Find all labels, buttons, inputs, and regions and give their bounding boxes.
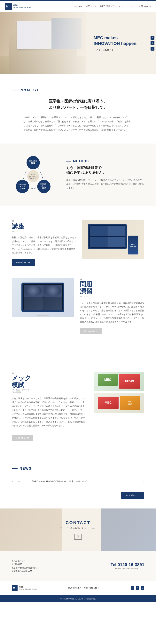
footer-social: t i y bbox=[131, 586, 144, 590]
news-view-more-btn[interactable]: View More → bbox=[121, 492, 144, 499]
method-diagram: 知識の整理 講座 合格・演習 メック サーチ 国家試験・ メック 模試 メック … bbox=[12, 155, 58, 194]
service-mondai-item: 02 問題 演習 MECサーチ インプットした知識を定着させるためには、復習と演… bbox=[12, 278, 144, 334]
footer-logo-mark: M bbox=[12, 585, 17, 591]
method-label: METHOD bbox=[66, 160, 144, 163]
footer-link-found[interactable]: MEC Found ↗ bbox=[68, 586, 81, 589]
service-03-btn[interactable]: Coming Soon bbox=[12, 435, 33, 441]
company-address-3: 駿河台Kビル 車道: 4-6F bbox=[12, 570, 40, 573]
hero-image bbox=[0, 12, 86, 74]
footer-links: MEC Found ↗ Corporate Site ↗ bbox=[68, 586, 99, 589]
service-01-desc: 最新の出題傾向に沿って、国家試験対策を最低限に必要なものだけが揃った、メックの講… bbox=[12, 236, 76, 255]
svg-text:合格メソッド: 合格メソッド bbox=[28, 176, 38, 178]
mail-icon[interactable] bbox=[74, 534, 82, 540]
footer-tel: Tel 0120-16-3891 bbox=[111, 562, 144, 567]
hero-social: t i y bbox=[151, 36, 155, 50]
service-03-subtitle2: (過去問題) bbox=[12, 391, 86, 394]
svg-text:知識の整理: 知識の整理 bbox=[29, 160, 37, 162]
service-03-btn-label: Coming Soon bbox=[16, 436, 29, 439]
service-mondai-text: 02 問題 演習 MECサーチ インプットした知識を定着させるためには、復習と演… bbox=[80, 278, 144, 334]
nav-contact[interactable]: お問い合わせ bbox=[139, 5, 151, 8]
contact-section: CONTACT フォームからのお問い合わせはこちら bbox=[0, 508, 156, 551]
contact-inner: CONTACT フォームからのお問い合わせはこちら bbox=[12, 520, 144, 540]
news-label: NEWS bbox=[12, 466, 144, 470]
news-date: 2021/09/01 bbox=[12, 480, 27, 483]
service-03-number: 03 bbox=[12, 372, 86, 374]
service-01-btn[interactable]: View More → bbox=[12, 259, 35, 266]
method-section: 知識の整理 講座 合格・演習 メック サーチ 国家試験・ メック 模試 メック … bbox=[0, 144, 156, 206]
footer-contact-bar: 株式会社メック 〒101-0062 東京都 千代田区神田駿河台1-13 駿河台K… bbox=[0, 551, 156, 581]
service-02-btn-label: Coming Soon bbox=[84, 330, 97, 332]
hero-content: MEC makes INNOVATION happen. → メックは変化する bbox=[86, 12, 156, 74]
svg-text:M: M bbox=[6, 5, 8, 8]
footer-logo-text: MECMedical Education Center bbox=[19, 586, 37, 590]
footer-logo: M MECMedical Education Center bbox=[12, 585, 37, 591]
service-02-image bbox=[12, 278, 74, 317]
method-heading: もう、国家試験対策で悩む必要 はありません。 bbox=[66, 166, 144, 175]
svg-text:合格・演習: 合格・演習 bbox=[18, 184, 26, 185]
footer-youtube-icon[interactable]: y bbox=[141, 586, 144, 590]
service-01-number: 01 bbox=[12, 220, 76, 222]
svg-text:METHOD: METHOD bbox=[30, 178, 36, 179]
service-01-btn-arrow: → bbox=[28, 261, 30, 264]
service-kooza-text: 01 講座 e-school 最新の出題傾向に沿って、国家試験対策を最低限に必要… bbox=[12, 220, 76, 266]
main-nav: e-school MECサーチ MEC 模試ステーション ニュース お問い合わせ bbox=[74, 5, 151, 8]
footer-nav-area: M MECMedical Education Center MEC Found … bbox=[0, 581, 156, 595]
nav-news[interactable]: ニュース bbox=[126, 5, 135, 8]
news-section: NEWS 2021/09/01 「MEC makes INNOVATION ha… bbox=[0, 453, 156, 508]
copyright-bar: Copyright © MEC co., Ltd. All rights res… bbox=[0, 595, 156, 602]
contact-desc: フォームからのお問い合わせはこちら bbox=[12, 527, 144, 530]
svg-text:メック: メック bbox=[41, 185, 47, 187]
svg-text:講座: 講座 bbox=[31, 162, 35, 164]
method-text: 講座、演習（MECサーチ）、メック模試の合格メソッド。それに関わる各種ツールが、… bbox=[66, 178, 144, 190]
method-content: METHOD もう、国家試験対策で悩む必要 はありません。 講座、演習（MECサ… bbox=[66, 160, 144, 190]
service-01-subtitle: e-school bbox=[12, 230, 76, 232]
service-02-btn[interactable]: Coming Soon bbox=[80, 328, 102, 334]
modoshi-book-1: MEC MEC模試 bbox=[94, 372, 144, 391]
svg-text:サーチ: サーチ bbox=[19, 188, 25, 190]
service-03-title: メック 模試 bbox=[12, 375, 86, 388]
instagram-icon[interactable]: i bbox=[151, 41, 155, 45]
project-label: PROJECT bbox=[12, 88, 144, 92]
news-text: 「MEC makes INNOVATION happen.」特集ページオープン bbox=[31, 480, 140, 483]
footer-twitter-icon[interactable]: t bbox=[131, 586, 134, 590]
footer-link-corporate[interactable]: Corporate Site ↗ bbox=[84, 586, 99, 589]
logo-mark: M bbox=[5, 3, 12, 10]
news-btn-wrap: View More → bbox=[12, 492, 144, 499]
service-modoshi-images: MEC MEC模試 MEC MEC 模試 bbox=[94, 372, 144, 412]
nav-mec-station[interactable]: MEC 模試ステーション bbox=[100, 5, 123, 8]
hero-section: MEC makes INNOVATION happen. → メックは変化する … bbox=[0, 12, 156, 74]
youtube-icon[interactable]: y bbox=[151, 47, 155, 50]
footer-instagram-icon[interactable]: i bbox=[136, 586, 139, 590]
svg-text:メック: メック bbox=[19, 185, 25, 188]
project-text: 2021年、メックは長期にわたる星業プロジェクトが始動しました。当機にご利用いた… bbox=[23, 116, 133, 132]
footer-company-info: 株式会社メック 〒101-0062 東京都 千代田区神田駿河台1-13 駿河台K… bbox=[12, 559, 40, 573]
footer-tel-area: Tel 0120-16-3891 AM 9:00 - PM 6:00（平日のみ） bbox=[111, 562, 144, 570]
project-heading: 医学生・医師の皆様に寄り添う、 より良いパートナーを目指して。 bbox=[12, 98, 144, 110]
twitter-icon[interactable]: t bbox=[151, 36, 155, 40]
news-btn-arrow: → bbox=[137, 494, 140, 497]
company-name: 株式会社メック bbox=[12, 559, 40, 562]
service-01-btn-label: View More bbox=[16, 261, 26, 264]
service-modoshi-text: 03 メック 模試 MEC模試ステーション (過去問題) さあ、変化を始めてみま… bbox=[12, 372, 86, 441]
service-01-section: 01 講座 e-school 最新の出題傾向に沿って、国家試験対策を最低限に必要… bbox=[0, 206, 156, 360]
service-02-desc: インプットした知識を定着させるためには、復習と演習が必要となる問題演習を補助する… bbox=[80, 301, 144, 324]
company-address-2: 東京都 千代田区神田駿河台1-13 bbox=[12, 566, 40, 570]
svg-text:M: M bbox=[13, 587, 15, 590]
nav-mec-search[interactable]: MECサーチ bbox=[86, 5, 97, 8]
copyright-text: Copyright © MEC co., Ltd. All rights res… bbox=[60, 598, 96, 600]
news-item: 2021/09/01 「MEC makes INNOVATION happen.… bbox=[12, 476, 144, 487]
news-btn-label: View More bbox=[126, 494, 136, 496]
footer-hours: AM 9:00 - PM 6:00（平日のみ） bbox=[111, 567, 144, 570]
contact-label: CONTACT bbox=[12, 520, 144, 525]
company-address-1: 〒101-0062 bbox=[12, 562, 40, 566]
logo-text: MEC Medical Education Center bbox=[13, 4, 31, 8]
service-01-title: 講座 bbox=[12, 223, 76, 230]
service-02-number: 02 bbox=[80, 278, 144, 280]
project-section: PROJECT 医学生・医師の皆様に寄り添う、 より良いパートナーを目指して。 … bbox=[0, 74, 156, 144]
svg-text:国家試験・: 国家試験・ bbox=[40, 183, 48, 185]
hero-person-image bbox=[0, 12, 86, 74]
contact-mail-wrap[interactable] bbox=[12, 534, 144, 540]
service-03-subtitle: MEC模試ステーション bbox=[12, 388, 86, 391]
nav-e-school[interactable]: e-school bbox=[74, 5, 82, 8]
logo[interactable]: M MEC Medical Education Center bbox=[5, 3, 31, 10]
